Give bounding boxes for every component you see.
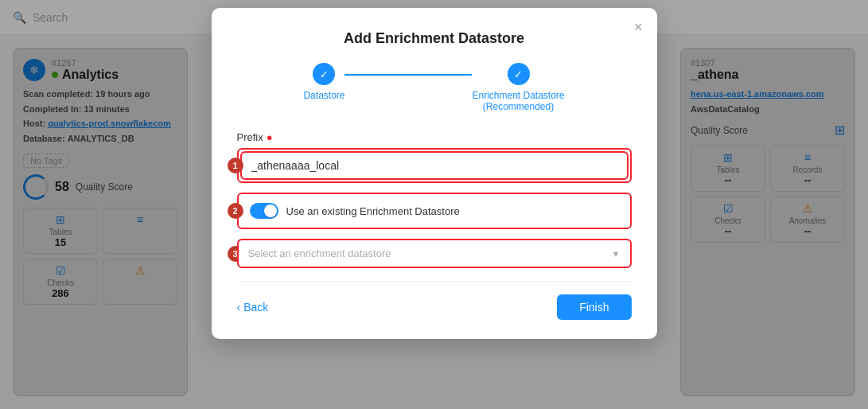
step1-circle: ✓	[313, 63, 335, 85]
step-enrichment: ✓ Enrichment Datastore (Recommended)	[472, 63, 564, 112]
prefix-input[interactable]	[240, 151, 629, 180]
back-button[interactable]: ‹ Back	[237, 301, 269, 314]
modal-divider	[237, 281, 632, 282]
enrichment-datastore-select[interactable]: Select an enrichment datastore	[239, 240, 630, 267]
step-number-2: 2	[228, 203, 243, 219]
step1-label: Datastore	[303, 90, 344, 101]
step2-label: Enrichment Datastore (Recommended)	[472, 90, 564, 112]
prefix-label: Prefix ●	[237, 131, 632, 143]
dropdown-field-group: 3 Select an enrichment datastore ▼	[237, 239, 632, 268]
modal-footer: ‹ Back Finish	[237, 294, 632, 320]
close-button[interactable]: ×	[634, 19, 643, 36]
stepper: ✓ Datastore ✓ Enrichment Datastore (Reco…	[237, 63, 632, 112]
step-number-1: 1	[228, 158, 243, 173]
dropdown-wrapper: Select an enrichment datastore ▼	[237, 239, 632, 268]
toggle-field-group: 2 Use an existing Enrichment Datastore	[237, 193, 632, 229]
enrichment-toggle[interactable]	[250, 203, 278, 219]
finish-button[interactable]: Finish	[557, 294, 631, 320]
step2-circle: ✓	[508, 63, 530, 85]
back-label: Back	[243, 301, 268, 314]
prefix-field-wrapper	[237, 148, 632, 183]
modal: × Add Enrichment Datastore ✓ Datastore ✓…	[212, 8, 657, 339]
back-chevron-icon: ‹	[237, 301, 241, 314]
toggle-row: Use an existing Enrichment Datastore	[240, 196, 629, 226]
required-indicator: ●	[267, 131, 273, 143]
step-datastore: ✓ Datastore	[303, 63, 344, 101]
modal-title: Add Enrichment Datastore	[237, 30, 632, 47]
step-connector	[344, 74, 472, 76]
toggle-wrapper: Use an existing Enrichment Datastore	[237, 193, 632, 229]
toggle-label: Use an existing Enrichment Datastore	[286, 205, 460, 217]
toggle-thumb	[264, 204, 277, 217]
prefix-field-group: 1	[237, 148, 632, 183]
